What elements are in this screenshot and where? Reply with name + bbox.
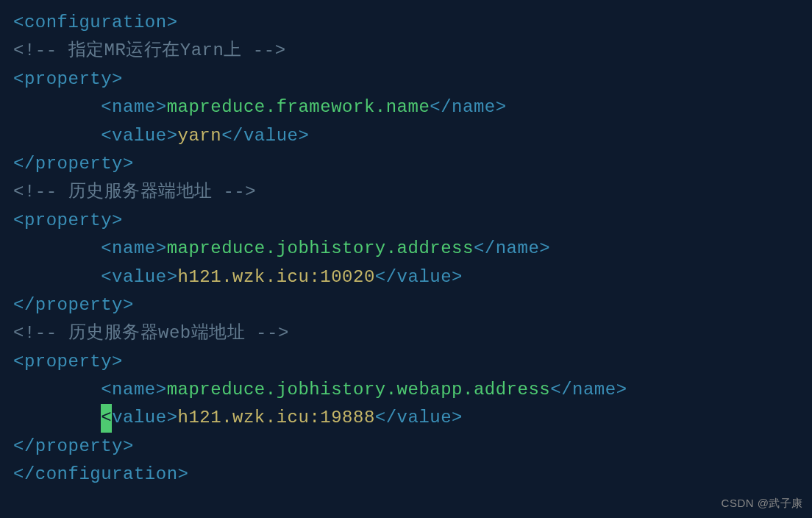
code-line: <!-- 历史服务器端地址 --> (13, 178, 799, 206)
xml-tag: <name> (101, 380, 166, 400)
indent (13, 376, 101, 404)
xml-name-value: mapreduce.jobhistory.webapp.address (167, 380, 551, 400)
xml-name-value: mapreduce.framework.name (167, 97, 430, 117)
watermark-text: CSDN @武子康 (722, 494, 803, 512)
xml-tag: </name> (474, 238, 550, 258)
code-line: <value>h121.wzk.icu:10020</value> (13, 263, 799, 291)
xml-tag: </property> (13, 436, 134, 456)
xml-tag: <property> (13, 210, 123, 230)
cursor: < (101, 404, 112, 432)
xml-comment: <!-- 指定MR运行在Yarn上 --> (13, 40, 286, 60)
xml-tag: <property> (13, 352, 123, 372)
xml-value: h121.wzk.icu:19888 (178, 408, 375, 427)
code-line: <property> (13, 348, 799, 376)
xml-name-value: mapreduce.jobhistory.address (167, 238, 474, 258)
indent (13, 122, 101, 150)
code-line: <configuration> (13, 9, 799, 37)
indent (13, 93, 101, 121)
xml-value: yarn (178, 126, 222, 146)
code-line: <property> (13, 65, 799, 93)
xml-tag: </value> (375, 267, 463, 287)
xml-code-block: <configuration> <!-- 指定MR运行在Yarn上 --> <p… (13, 9, 799, 489)
code-line: <property> (13, 207, 799, 235)
xml-tag: <name> (101, 97, 166, 117)
code-line: <name>mapreduce.jobhistory.webapp.addres… (13, 376, 799, 404)
xml-tag: <configuration> (13, 13, 178, 32)
code-line: <!-- 历史服务器web端地址 --> (13, 319, 799, 347)
code-line: <!-- 指定MR运行在Yarn上 --> (13, 37, 799, 65)
indent (13, 263, 101, 291)
xml-tag: <value> (101, 126, 177, 146)
code-line: </property> (13, 150, 799, 178)
xml-tag: </name> (550, 380, 627, 400)
xml-tag: </value> (375, 408, 463, 427)
xml-tag: </property> (13, 295, 134, 315)
xml-comment: <!-- 历史服务器端地址 --> (13, 182, 256, 202)
xml-tag: </name> (430, 97, 506, 117)
code-line: </property> (13, 291, 799, 319)
xml-tag: <name> (101, 238, 166, 258)
xml-value: h121.wzk.icu:10020 (178, 267, 375, 287)
code-line: <name>mapreduce.framework.name</name> (13, 93, 799, 121)
xml-tag: <property> (13, 69, 123, 89)
xml-tag: </property> (13, 154, 134, 174)
xml-tag: </configuration> (13, 464, 188, 484)
code-line: </configuration> (13, 461, 799, 489)
code-line: <value>h121.wzk.icu:19888</value> (13, 404, 799, 432)
xml-tag: </value> (221, 126, 309, 146)
indent (13, 235, 101, 263)
xml-tag: <value> (101, 267, 177, 287)
code-line: <name>mapreduce.jobhistory.address</name… (13, 235, 799, 263)
indent (13, 404, 101, 432)
code-line: <value>yarn</value> (13, 122, 799, 150)
code-line: </property> (13, 433, 799, 461)
xml-comment: <!-- 历史服务器web端地址 --> (13, 323, 289, 343)
xml-tag: value> (112, 408, 177, 427)
